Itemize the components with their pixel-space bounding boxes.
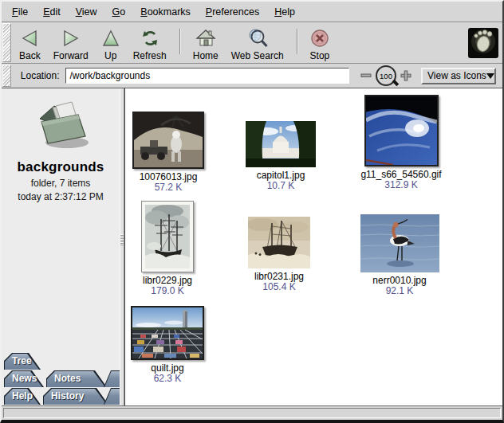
splitter-grip[interactable] [120, 234, 124, 245]
web-search-label: Web Search [231, 50, 284, 61]
tab-news-label: News [12, 370, 37, 387]
menubar: File Edit View Go Bookmarks Preferences … [2, 2, 502, 22]
menu-help[interactable]: Help [274, 6, 295, 18]
file-icon-capitol1[interactable]: capitol1.jpg 10.7 K [225, 121, 337, 191]
web-search-button[interactable]: Web Search [226, 25, 289, 61]
up-label: Up [104, 50, 116, 61]
file-icon-10076013[interactable]: 10076013.jpg 57.2 K [124, 112, 224, 193]
refresh-label: Refresh [133, 50, 167, 61]
gnome-foot-icon [470, 28, 497, 57]
file-size: 10.7 K [267, 181, 295, 191]
home-label: Home [193, 50, 219, 61]
up-button[interactable]: Up [96, 25, 125, 61]
thumbnail-earth-from-space [364, 95, 439, 166]
file-icon-g11-s66-54560[interactable]: g11_s66_54560.gif 312.9 K [345, 95, 457, 190]
location-input[interactable] [65, 68, 349, 84]
sidebar-tab-notes[interactable]: Notes [46, 370, 107, 387]
thumbnail-capitol [246, 121, 316, 167]
status-text [3, 408, 501, 418]
stop-button[interactable]: Stop [305, 25, 335, 61]
status-bar [2, 405, 502, 420]
file-size: 179.0 K [151, 286, 183, 296]
toolbar: Back Forward Up [2, 22, 502, 64]
toolbar-drag-handle[interactable] [2, 23, 11, 62]
sidebar-tab-help[interactable]: Help [4, 388, 41, 405]
up-arrow-icon [101, 27, 120, 50]
tab-tree-label: Tree [12, 353, 32, 370]
file-icon-libr0231[interactable]: libr0231.jpg 105.4 K [223, 217, 335, 292]
file-size: 312.9 K [384, 180, 417, 190]
sidebar-tab-edge [104, 370, 120, 387]
thumbnail-quilt-mall [131, 306, 204, 360]
toolbar-separator [297, 29, 297, 54]
menu-go[interactable]: Go [112, 6, 126, 18]
tab-help-label: Help [12, 388, 33, 405]
thumbnail-moon-astronaut [132, 112, 204, 169]
file-icon-nerr0010[interactable]: nerr0010.jpg 92.1 K [344, 214, 455, 296]
sidebar-folder-info: folder, 7 items [31, 178, 91, 189]
view-mode-value: View as Icons [427, 70, 486, 81]
home-button[interactable]: Home [188, 25, 223, 61]
magnifier-handle-icon [392, 80, 399, 86]
file-manager-window: File Edit View Go Bookmarks Preferences … [0, 0, 504, 423]
tab-history-label: History [51, 388, 84, 405]
back-button[interactable]: Back [14, 25, 45, 61]
chevron-down-icon [486, 73, 494, 79]
sidebar-tab-row: News Notes [4, 370, 120, 388]
home-icon [195, 27, 216, 50]
menu-file[interactable]: File [12, 6, 28, 18]
back-label: Back [19, 50, 41, 61]
sidebar-tab-edge [104, 388, 120, 405]
throbber[interactable] [468, 28, 498, 58]
menu-bookmarks[interactable]: Bookmarks [140, 6, 191, 18]
toolbar-separator [179, 29, 180, 54]
forward-button[interactable]: Forward [49, 25, 93, 61]
file-icon-quilt[interactable]: quilt.jpg 62.3 K [124, 306, 223, 384]
zoom-controls: 100 [360, 65, 411, 86]
sidebar-folder-modified: today at 2:37:12 PM [18, 191, 103, 202]
refresh-icon [140, 27, 160, 50]
sidebar-tab-tree[interactable]: Tree [4, 353, 41, 370]
file-icon-libr0229[interactable]: libr0229.jpg 179.0 K [124, 201, 223, 296]
thumbnail-ship-engraving-portrait [141, 201, 194, 272]
file-size: 105.4 K [262, 282, 295, 292]
folder-icon [27, 98, 94, 153]
main-area: backgrounds folder, 7 items today at 2:3… [2, 88, 502, 405]
menu-preferences[interactable]: Preferences [206, 6, 259, 18]
forward-label: Forward [53, 50, 89, 61]
location-bar-drag-handle[interactable] [2, 65, 11, 87]
location-bar: Location: 100 View as Icons [2, 64, 502, 88]
menu-edit[interactable]: Edit [43, 6, 61, 18]
view-mode-dropdown[interactable]: View as Icons [421, 68, 496, 84]
tab-notes-label: Notes [54, 370, 81, 387]
web-search-icon [246, 27, 269, 50]
file-size: 62.3 K [154, 374, 182, 384]
sidebar-folder-title: backgrounds [18, 159, 104, 175]
zoom-level-indicator[interactable]: 100 [376, 65, 396, 86]
zoom-level-value: 100 [380, 72, 392, 80]
sidebar-tab-row: Help History [4, 388, 120, 405]
refresh-button[interactable]: Refresh [128, 25, 171, 61]
sidebar-tab-news[interactable]: News [4, 370, 44, 387]
sidebar-tab-history[interactable]: History [43, 388, 108, 405]
stop-label: Stop [310, 50, 330, 61]
sidebar: backgrounds folder, 7 items today at 2:3… [2, 88, 120, 405]
stop-icon [310, 27, 329, 50]
thumbnail-ship-engraving-landscape [248, 217, 310, 268]
menu-view[interactable]: View [76, 6, 97, 18]
location-label: Location: [21, 70, 60, 81]
thumbnail-wading-bird [360, 214, 439, 272]
icon-view[interactable]: 10076013.jpg 57.2 K [124, 88, 502, 405]
forward-arrow-icon [61, 27, 81, 50]
zoom-out-button[interactable] [360, 70, 372, 81]
file-size: 92.1 K [386, 286, 414, 296]
zoom-in-button[interactable] [400, 70, 411, 81]
file-size: 57.2 K [155, 182, 183, 193]
sidebar-tab-row: Tree [4, 353, 120, 370]
back-arrow-icon [19, 27, 40, 50]
